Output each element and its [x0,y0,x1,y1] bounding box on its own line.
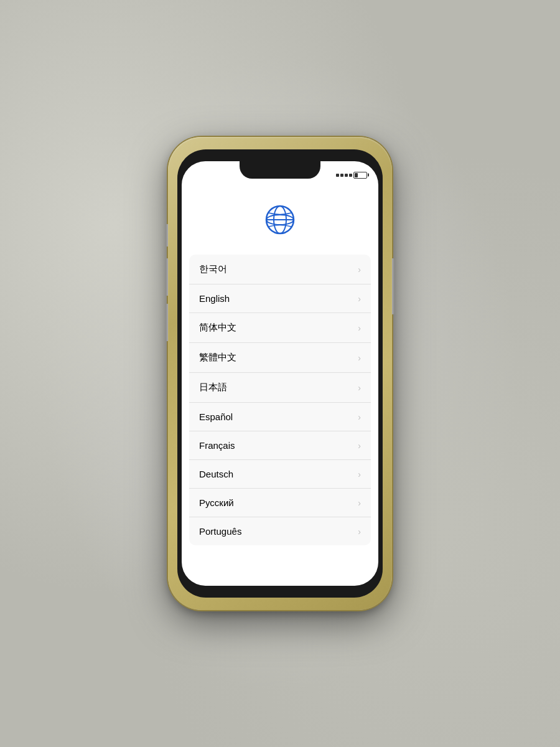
language-chevron-german: › [358,469,361,479]
language-name-portuguese: Português [199,526,241,537]
language-chevron-korean: › [358,265,361,275]
language-chevron-english: › [358,294,361,304]
language-chevron-russian: › [358,498,361,508]
language-chevron-portuguese: › [358,527,361,537]
language-name-korean: 한국어 [199,263,227,275]
language-item-german[interactable]: Deutsch› [189,460,371,489]
language-item-traditional-chinese[interactable]: 繁體中文› [189,343,371,373]
language-item-korean[interactable]: 한국어› [189,255,371,284]
signal-dot-4 [349,174,352,177]
phone-device: 한국어›English›简体中文›繁體中文›日本語›Español›França… [168,137,392,610]
notch [240,161,320,179]
language-list: 한국어›English›简体中文›繁體中文›日本語›Español›França… [182,255,378,545]
language-item-french[interactable]: Français› [189,431,371,460]
language-item-portuguese[interactable]: Português› [189,517,371,545]
language-name-spanish: Español [199,411,233,422]
language-name-simplified-chinese: 简体中文 [199,322,236,334]
signal-dots [336,174,352,177]
language-name-french: Français [199,440,235,451]
language-item-spanish[interactable]: Español› [189,403,371,431]
phone-bezel: 한국어›English›简体中文›繁體中文›日本語›Español›França… [177,149,383,598]
language-name-japanese: 日本語 [199,382,227,393]
globe-icon [263,202,297,237]
globe-container [263,202,297,240]
language-name-traditional-chinese: 繁體中文 [199,352,236,364]
language-chevron-spanish: › [358,412,361,422]
battery-indicator [336,172,367,179]
language-name-german: Deutsch [199,469,233,479]
language-name-english: English [199,293,230,304]
signal-dot-2 [340,174,343,177]
language-item-simplified-chinese[interactable]: 简体中文› [189,313,371,343]
signal-dot-1 [336,174,339,177]
language-chevron-simplified-chinese: › [358,323,361,333]
language-chevron-japanese: › [358,383,361,393]
phone-screen: 한국어›English›简体中文›繁體中文›日本語›Español›França… [182,161,378,586]
language-item-japanese[interactable]: 日本語› [189,373,371,403]
language-item-russian[interactable]: Русский› [189,489,371,517]
signal-dot-3 [345,174,348,177]
mute-button[interactable] [166,224,168,247]
battery-body [353,172,367,179]
volume-up-button[interactable] [166,258,168,296]
power-button[interactable] [392,258,394,314]
language-item-english[interactable]: English› [189,284,371,313]
language-name-russian: Русский [199,497,234,508]
language-chevron-traditional-chinese: › [358,353,361,363]
screen-content: 한국어›English›简体中文›繁體中文›日本語›Español›França… [182,184,378,586]
battery-fill [355,173,358,177]
language-chevron-french: › [358,441,361,451]
volume-down-button[interactable] [166,304,168,341]
